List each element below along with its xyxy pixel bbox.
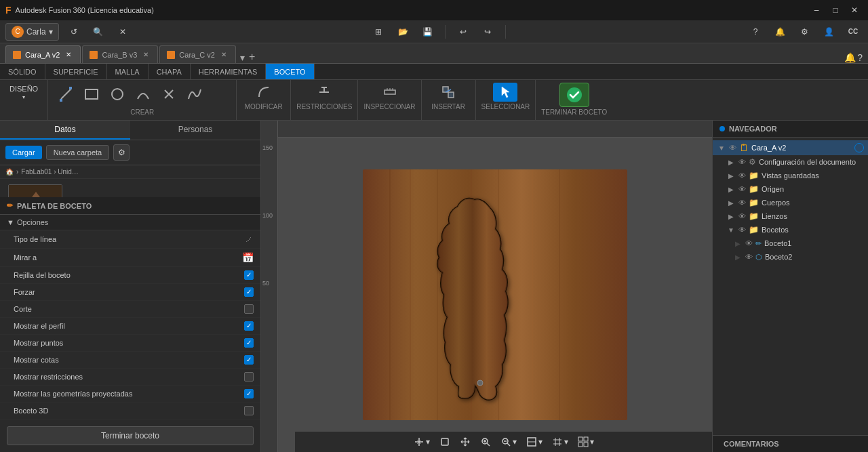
- cancel-button[interactable]: ✕: [113, 22, 132, 41]
- nav-visibility-icon-vistas[interactable]: 👁: [738, 171, 746, 180]
- list-item[interactable]: Cara_A: [0, 179, 260, 197]
- nav-item-vistas[interactable]: ▶ 👁 📁 Vistas guardadas: [713, 169, 868, 182]
- display-mode-button[interactable]: ▾: [524, 434, 545, 450]
- notification-button[interactable]: 🔔: [770, 22, 789, 41]
- tab-cara-av2[interactable]: Cara_A v2 ✕: [5, 45, 81, 63]
- measure-tool-button[interactable]: [378, 83, 402, 102]
- select-tool-button[interactable]: [493, 83, 517, 102]
- nav-item-boceto1[interactable]: ▶ 👁 ✏ Boceto1: [713, 237, 868, 250]
- insert-tool-button[interactable]: [436, 83, 460, 102]
- tab-cara-bv3[interactable]: Cara_B v3 ✕: [82, 45, 158, 63]
- minimize-button[interactable]: –: [808, 3, 825, 17]
- cargar-button[interactable]: Cargar: [5, 146, 42, 159]
- nav-expand-icon-vistas[interactable]: ▶: [726, 171, 736, 180]
- nav-expand-icon-lienzos[interactable]: ▶: [726, 211, 736, 221]
- close-button[interactable]: ✕: [846, 3, 863, 17]
- panel-tab-personas[interactable]: Personas: [130, 121, 260, 140]
- circle-tool-button[interactable]: [105, 85, 130, 104]
- mirar-a-icon[interactable]: 📅: [242, 252, 254, 263]
- nav-item-cuerpos[interactable]: ▶ 👁 📁 Cuerpos: [713, 196, 868, 209]
- mostrar-puntos-checkbox[interactable]: [244, 338, 254, 348]
- fillet-tool-button[interactable]: [252, 83, 276, 102]
- tab-new-button[interactable]: +: [246, 51, 258, 63]
- redo-button[interactable]: ↪: [478, 22, 497, 41]
- refresh-button[interactable]: ↺: [64, 22, 83, 41]
- nueva-carpeta-button[interactable]: Nueva carpeta: [46, 145, 110, 160]
- corte-checkbox[interactable]: [244, 304, 254, 314]
- nav-expand-icon-origen[interactable]: ▶: [726, 184, 736, 194]
- mostrar-geometrias-checkbox[interactable]: [244, 389, 254, 398]
- nav-visibility-icon-lienzos[interactable]: 👁: [738, 212, 746, 220]
- opciones-section-header[interactable]: ▼ Opciones: [0, 215, 260, 230]
- tab-close-cara-cv2[interactable]: ✕: [219, 50, 229, 60]
- constraints-tool-button[interactable]: [312, 83, 336, 102]
- comments-header[interactable]: COMENTARIOS: [713, 436, 868, 452]
- line-tool-button[interactable]: [54, 85, 78, 104]
- account-button[interactable]: 👤: [819, 22, 838, 41]
- ribbon-tab-solido[interactable]: SÓLIDO: [0, 64, 45, 79]
- nav-expand-icon-boceto1[interactable]: ▶: [733, 239, 743, 248]
- nav-visibility-icon-bocetos[interactable]: 👁: [738, 226, 746, 234]
- terminar-boceto-button[interactable]: [559, 83, 589, 107]
- diseno-dropdown-button[interactable]: DISEÑO ▾: [5, 83, 42, 102]
- nav-visibility-icon-config[interactable]: 👁: [738, 158, 746, 166]
- tab-overflow-arrow[interactable]: ▾: [240, 52, 245, 63]
- nav-item-origen[interactable]: ▶ 👁 📁 Origen: [713, 182, 868, 196]
- tab-cara-cv2[interactable]: Cara_C v2 ✕: [159, 45, 236, 63]
- search-button[interactable]: 🔍: [89, 22, 108, 41]
- tab-close-cara-av2[interactable]: ✕: [64, 50, 73, 60]
- rejilla-checkbox[interactable]: [244, 270, 254, 280]
- open-button[interactable]: 📂: [393, 22, 412, 41]
- spline-tool-button[interactable]: [182, 85, 207, 104]
- move-button[interactable]: [457, 434, 473, 450]
- tipo-linea-icon[interactable]: ⟋: [244, 234, 254, 245]
- zoom-out-button[interactable]: ▾: [498, 434, 519, 450]
- nav-expand-icon-bocetos[interactable]: ▼: [726, 225, 736, 234]
- grid-button[interactable]: ▾: [549, 434, 571, 450]
- settings-button[interactable]: ⚙: [795, 22, 814, 41]
- terminar-boceto-panel-button[interactable]: Terminar boceto: [7, 426, 254, 445]
- nav-visibility-icon-boceto1[interactable]: 👁: [745, 239, 753, 247]
- cc-button[interactable]: CC: [844, 22, 863, 41]
- nav-expand-icon-cara-av2[interactable]: ▼: [717, 143, 726, 152]
- viewport-button[interactable]: ▾: [575, 434, 597, 450]
- canvas-content[interactable]: ▾ ▾: [278, 138, 712, 452]
- arc-tool-button[interactable]: [131, 85, 155, 104]
- mostrar-cotas-checkbox[interactable]: [244, 355, 254, 365]
- undo-button[interactable]: ↩: [454, 22, 473, 41]
- nav-visibility-icon-boceto2[interactable]: 👁: [745, 253, 753, 261]
- app-switcher-button[interactable]: ⊞: [369, 22, 388, 41]
- pan-button[interactable]: [437, 434, 453, 450]
- nav-visibility-icon-cara-av2[interactable]: 👁: [729, 144, 736, 152]
- canvas-area[interactable]: 150 100 50: [261, 121, 712, 452]
- rect-tool-button[interactable]: [79, 85, 104, 104]
- tab-close-cara-bv3[interactable]: ✕: [141, 50, 151, 60]
- nav-item-cara-av2[interactable]: ▼ 👁 🗒 Cara_A v2: [713, 140, 868, 155]
- nav-expand-icon-config[interactable]: ▶: [726, 157, 736, 167]
- mostrar-restricciones-checkbox[interactable]: [244, 372, 254, 382]
- ribbon-tab-superficie[interactable]: SUPERFICIE: [45, 64, 107, 79]
- nav-visibility-icon-cuerpos[interactable]: 👁: [738, 199, 746, 207]
- forzar-checkbox[interactable]: [244, 287, 254, 297]
- nav-visibility-icon-origen[interactable]: 👁: [738, 185, 746, 193]
- ribbon-tab-herramientas[interactable]: HERRAMIENTAS: [191, 64, 267, 79]
- maximize-button[interactable]: □: [827, 3, 844, 17]
- nav-expand-icon-boceto2[interactable]: ▶: [733, 252, 743, 262]
- settings-panel-button[interactable]: ⚙: [113, 144, 130, 161]
- ribbon-tab-chapa[interactable]: CHAPA: [149, 64, 191, 79]
- zoom-in-button[interactable]: [477, 434, 494, 450]
- user-menu[interactable]: C Carla ▾: [5, 23, 59, 41]
- trim-tool-button[interactable]: [157, 85, 181, 104]
- tab-notification-button[interactable]: 🔔: [844, 52, 856, 63]
- boceto-3d-checkbox[interactable]: [244, 406, 254, 415]
- nav-item-boceto2[interactable]: ▶ 👁 ⬡ Boceto2: [713, 250, 868, 264]
- tab-help-button[interactable]: ?: [857, 52, 863, 63]
- ribbon-tab-malla[interactable]: MALLA: [107, 64, 149, 79]
- nav-item-bocetos[interactable]: ▼ 👁 📁 Bocetos: [713, 223, 868, 237]
- nav-item-config[interactable]: ▶ 👁 ⚙ Configuración del documento: [713, 155, 868, 169]
- mostrar-perfil-checkbox[interactable]: [244, 321, 254, 331]
- nav-expand-icon-cuerpos[interactable]: ▶: [726, 198, 736, 207]
- save-button[interactable]: 💾: [418, 22, 437, 41]
- navigate-button[interactable]: ▾: [411, 434, 433, 450]
- nav-item-lienzos[interactable]: ▶ 👁 📁 Lienzos: [713, 209, 868, 223]
